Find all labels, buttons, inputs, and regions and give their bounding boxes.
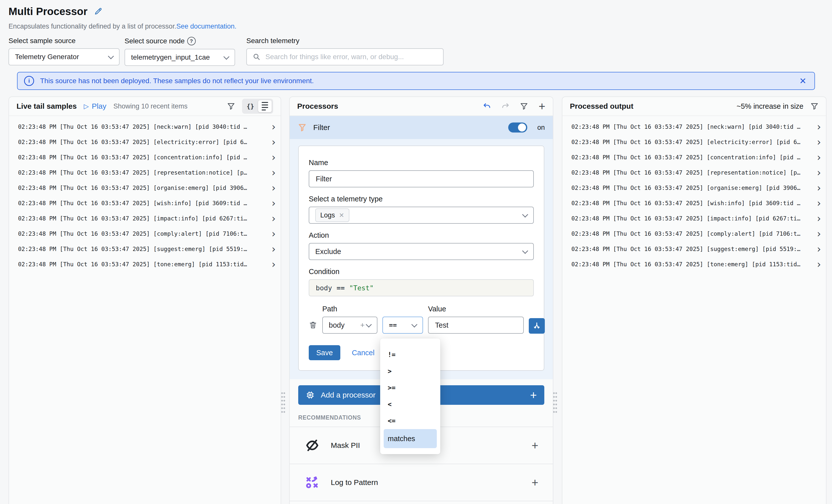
- log-row[interactable]: 02:23:48 PM [Thu Oct 16 03:53:47 2025] […: [562, 257, 826, 272]
- telemetry-chip: Logs ✕: [315, 208, 349, 222]
- chip-label: Logs: [320, 211, 335, 219]
- sample-source-select[interactable]: Telemetry Generator: [8, 48, 120, 65]
- chevron-right-icon[interactable]: ›: [817, 138, 821, 146]
- delete-condition-icon[interactable]: [309, 321, 317, 330]
- operator-option[interactable]: >=: [384, 379, 437, 396]
- panel-resize-handle-right[interactable]: [553, 391, 557, 413]
- filter-processors-icon[interactable]: [520, 102, 528, 110]
- list-view-button[interactable]: [258, 100, 272, 112]
- chevron-right-icon[interactable]: ›: [817, 184, 821, 192]
- play-icon: ▷: [84, 102, 89, 110]
- log-row[interactable]: 02:23:48 PM [Thu Oct 16 03:53:47 2025] […: [9, 165, 281, 180]
- redo-icon[interactable]: [501, 102, 510, 110]
- log-text: 02:23:48 PM [Thu Oct 16 03:53:47 2025] […: [18, 200, 272, 206]
- undo-icon[interactable]: [483, 102, 491, 110]
- action-value: Exclude: [315, 247, 341, 256]
- chevron-right-icon[interactable]: ›: [817, 168, 821, 177]
- operator-select[interactable]: ==: [383, 317, 423, 334]
- cancel-button[interactable]: Cancel: [352, 349, 374, 357]
- telemetry-type-select[interactable]: Logs ✕: [309, 207, 534, 224]
- chevron-right-icon[interactable]: ›: [817, 245, 821, 253]
- search-telemetry-box: [246, 48, 444, 65]
- chevron-right-icon[interactable]: ›: [817, 199, 821, 207]
- processed-output-log-list: 02:23:48 PM [Thu Oct 16 03:53:47 2025] […: [562, 116, 826, 272]
- search-telemetry-input[interactable]: [265, 53, 437, 61]
- operator-option[interactable]: >: [384, 363, 437, 379]
- add-path-icon[interactable]: +: [360, 321, 365, 329]
- log-row[interactable]: 02:23:48 PM [Thu Oct 16 03:53:47 2025] […: [562, 211, 826, 226]
- path-value: body: [329, 321, 344, 329]
- chip-remove-icon[interactable]: ✕: [339, 212, 344, 219]
- chevron-right-icon[interactable]: ›: [272, 168, 276, 177]
- close-icon[interactable]: ✕: [798, 76, 808, 86]
- chevron-right-icon[interactable]: ›: [272, 245, 276, 253]
- log-row[interactable]: 02:23:48 PM [Thu Oct 16 03:53:47 2025] […: [9, 241, 281, 257]
- play-button[interactable]: ▷ Play: [84, 102, 106, 110]
- edit-title-icon[interactable]: [94, 7, 103, 17]
- filter-output-icon[interactable]: [810, 102, 818, 110]
- chevron-right-icon[interactable]: ›: [272, 184, 276, 192]
- log-row[interactable]: 02:23:48 PM [Thu Oct 16 03:53:47 2025] […: [9, 134, 281, 150]
- toggle-state-label: on: [537, 124, 545, 132]
- chevron-right-icon[interactable]: ›: [272, 138, 276, 146]
- chevron-right-icon[interactable]: ›: [817, 123, 821, 131]
- chevron-right-icon[interactable]: ›: [272, 214, 276, 222]
- source-node-label: Select source node ?: [125, 37, 235, 45]
- add-recommendation-icon[interactable]: +: [531, 439, 538, 452]
- log-text: 02:23:48 PM [Thu Oct 16 03:53:47 2025] […: [18, 215, 272, 222]
- log-row[interactable]: 02:23:48 PM [Thu Oct 16 03:53:47 2025] […: [9, 150, 281, 165]
- operator-option[interactable]: <: [384, 396, 437, 413]
- log-row[interactable]: 02:23:48 PM [Thu Oct 16 03:53:47 2025] […: [562, 150, 826, 165]
- source-node-select[interactable]: telemetrygen_input_1cae: [125, 49, 235, 66]
- chevron-right-icon[interactable]: ›: [817, 153, 821, 161]
- path-select[interactable]: body +: [322, 317, 378, 334]
- sample-source-value: Telemetry Generator: [15, 53, 79, 61]
- save-button[interactable]: Save: [309, 345, 340, 360]
- log-text: 02:23:48 PM [Thu Oct 16 03:53:47 2025] […: [18, 261, 272, 268]
- log-row[interactable]: 02:23:48 PM [Thu Oct 16 03:53:47 2025] […: [9, 226, 281, 241]
- operator-option-selected[interactable]: matches: [384, 429, 437, 448]
- plus-icon: +: [530, 388, 537, 402]
- chevron-down-icon: [366, 321, 372, 327]
- chevron-right-icon[interactable]: ›: [272, 260, 276, 268]
- chevron-right-icon[interactable]: ›: [817, 260, 821, 268]
- log-row[interactable]: 02:23:48 PM [Thu Oct 16 03:53:47 2025] […: [9, 257, 281, 272]
- log-row[interactable]: 02:23:48 PM [Thu Oct 16 03:53:47 2025] […: [562, 226, 826, 241]
- json-view-button[interactable]: {}: [243, 100, 257, 112]
- log-row[interactable]: 02:23:48 PM [Thu Oct 16 03:53:47 2025] […: [9, 211, 281, 226]
- name-input[interactable]: [315, 175, 527, 183]
- value-input[interactable]: [435, 321, 530, 330]
- panel-resize-handle-left[interactable]: [281, 391, 285, 413]
- search-telemetry-label: Search telemetry: [246, 37, 444, 45]
- log-row[interactable]: 02:23:48 PM [Thu Oct 16 03:53:47 2025] […: [562, 241, 826, 257]
- log-row[interactable]: 02:23:48 PM [Thu Oct 16 03:53:47 2025] […: [562, 134, 826, 150]
- add-processor-icon[interactable]: +: [539, 101, 545, 112]
- action-select[interactable]: Exclude: [309, 243, 534, 260]
- chevron-right-icon[interactable]: ›: [817, 214, 821, 222]
- log-text: 02:23:48 PM [Thu Oct 16 03:53:47 2025] […: [571, 169, 817, 176]
- braces-icon: {}: [246, 103, 254, 110]
- operator-option[interactable]: <=: [384, 413, 437, 429]
- chevron-right-icon[interactable]: ›: [272, 153, 276, 161]
- filter-card-header[interactable]: Filter on: [290, 116, 553, 139]
- chevron-right-icon[interactable]: ›: [272, 199, 276, 207]
- operator-option[interactable]: !=: [384, 346, 437, 363]
- log-row[interactable]: 02:23:48 PM [Thu Oct 16 03:53:47 2025] […: [562, 195, 826, 211]
- branch-condition-button[interactable]: [529, 318, 545, 334]
- chevron-right-icon[interactable]: ›: [272, 230, 276, 238]
- filter-samples-icon[interactable]: [227, 102, 235, 110]
- log-row[interactable]: 02:23:48 PM [Thu Oct 16 03:53:47 2025] […: [9, 195, 281, 211]
- chevron-right-icon[interactable]: ›: [272, 123, 276, 131]
- log-row[interactable]: 02:23:48 PM [Thu Oct 16 03:53:47 2025] […: [9, 119, 281, 134]
- log-row[interactable]: 02:23:48 PM [Thu Oct 16 03:53:47 2025] […: [562, 119, 826, 134]
- log-row[interactable]: 02:23:48 PM [Thu Oct 16 03:53:47 2025] […: [562, 180, 826, 195]
- condition-value: "Test": [349, 284, 374, 292]
- help-icon[interactable]: ?: [187, 37, 196, 45]
- log-row[interactable]: 02:23:48 PM [Thu Oct 16 03:53:47 2025] […: [9, 180, 281, 195]
- recommendation-log-to-pattern[interactable]: Log to Pattern +: [290, 464, 553, 501]
- add-recommendation-icon[interactable]: +: [531, 476, 538, 489]
- filter-toggle[interactable]: [508, 123, 527, 133]
- chevron-right-icon[interactable]: ›: [817, 230, 821, 238]
- see-documentation-link[interactable]: See documentation.: [176, 23, 236, 30]
- log-row[interactable]: 02:23:48 PM [Thu Oct 16 03:53:47 2025] […: [562, 165, 826, 180]
